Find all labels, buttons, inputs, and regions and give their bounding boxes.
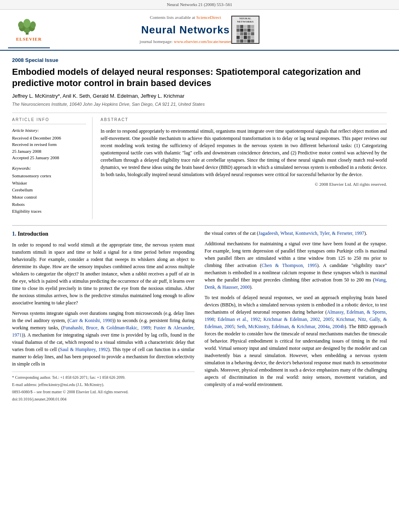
elsevier-logo: ELSEVIER bbox=[8, 11, 50, 48]
journal-homepage-link[interactable]: www.elsevier.com/locate/neunet bbox=[174, 39, 231, 44]
article-title: Embodied models of delayed neural respon… bbox=[12, 66, 387, 89]
revised-date: 25 January 2008 bbox=[12, 148, 86, 155]
keyword-3: Cerebellum bbox=[12, 187, 86, 194]
sciencedirect-link[interactable]: ScienceDirect bbox=[196, 15, 221, 20]
history-label: Article history: bbox=[12, 127, 86, 134]
ref-funahashi[interactable]: Funahashi, Bruce, & Goldman-Rakic, 1989 bbox=[63, 325, 150, 331]
right-para-1: the visual cortex of the cat (Jagadeesh,… bbox=[205, 230, 387, 237]
ref-saul[interactable]: Saul & Humphrey, 1992 bbox=[60, 347, 108, 352]
abstract-label: Abstract bbox=[101, 117, 387, 124]
received-revised-label: Received in revised form bbox=[12, 141, 86, 148]
footnote-corresponding: * Corresponding author. Tel.: +1 858 626… bbox=[12, 374, 195, 380]
special-issue-label: 2008 Special Issue bbox=[12, 57, 387, 64]
article-info-col: Article Info Article history: Received 4… bbox=[12, 117, 93, 219]
main-content: 2008 Special Issue Embodied models of de… bbox=[0, 51, 399, 409]
right-para-3: To test models of delayed neural respons… bbox=[205, 294, 387, 388]
citation-bar: Neural Networks 21 (2008) 553–561 bbox=[0, 0, 399, 10]
article-info-abstract: Article Info Article history: Received 4… bbox=[12, 113, 387, 219]
ref-wang[interactable]: Wang, Denk, & Hausser, 2000 bbox=[205, 277, 387, 290]
footnote-issn: 0893-6080/$ – see front matter © 2008 El… bbox=[12, 389, 195, 395]
ref-seth2004[interactable]: Seth, McKinstry, Edelman, & Krichmar, 20… bbox=[237, 324, 344, 329]
ref-carr-konishi[interactable]: Carr & Konishi, 1990 bbox=[69, 318, 112, 323]
keyword-1: Somatosensory cortex bbox=[12, 173, 86, 180]
footnote-doi: doi:10.1016/j.neunet.2008.01.004 bbox=[12, 396, 195, 402]
intro-heading: 1. Introduction bbox=[12, 230, 195, 238]
ref-edelman1992[interactable]: Edelman et al., 1992 bbox=[218, 316, 260, 322]
journal-homepage: journal homepage: www.elsevier.com/locat… bbox=[140, 39, 231, 45]
ref-krichmar2002[interactable]: Krichmar & Edelman, 2002, 2005 bbox=[263, 316, 333, 322]
nn-logo-box: NEURALNETWORKS bbox=[231, 16, 259, 44]
journal-banner: ELSEVIER Contents lists available at Sci… bbox=[0, 10, 399, 50]
right-para-2: Additional mechanisms for maintaining a … bbox=[205, 240, 387, 291]
ref-chen[interactable]: Chen & Thompson, 1995 bbox=[261, 263, 317, 268]
footnote-area: * Corresponding author. Tel.: +1 858 626… bbox=[12, 372, 195, 402]
affiliation-line: The Neurosciences Institute, 10640 John … bbox=[12, 101, 387, 107]
body-content: 1. Introduction In order to respond to r… bbox=[12, 230, 387, 403]
intro-para-1: In order to respond to real world stimul… bbox=[12, 241, 195, 306]
elsevier-text: ELSEVIER bbox=[16, 36, 42, 42]
journal-center: Contents lists available at ScienceDirec… bbox=[140, 14, 231, 45]
keyword-2: Whisker bbox=[12, 180, 86, 187]
abstract-col: Abstract In order to respond appropriate… bbox=[101, 117, 387, 219]
keywords-list: Somatosensory cortex Whisker Cerebellum … bbox=[12, 173, 86, 215]
abstract-text: In order to respond appropriately to env… bbox=[101, 127, 387, 178]
keywords-section: Keywords: Somatosensory cortex Whisker C… bbox=[12, 165, 86, 215]
authors-line: Jeffrey L. McKinstry*, Anil K. Seth, Ger… bbox=[12, 92, 387, 100]
intro-para-2: Nervous systems integrate signals over d… bbox=[12, 310, 195, 368]
sciencedirect-line: Contents lists available at ScienceDirec… bbox=[140, 14, 231, 21]
section-number: 1. bbox=[12, 231, 16, 237]
article-history: Article history: Received 4 December 200… bbox=[12, 127, 86, 161]
elsevier-tree-icon bbox=[16, 16, 38, 35]
svg-point-5 bbox=[18, 21, 24, 29]
svg-point-4 bbox=[23, 19, 31, 28]
footnote-email: E-mail address: jeffmckinstry@nsi.edu (J… bbox=[12, 382, 195, 388]
article-info-label: Article Info bbox=[12, 117, 86, 124]
keyword-4: Motor control bbox=[12, 194, 86, 201]
keywords-label: Keywords: bbox=[12, 165, 86, 171]
keyword-6: Eligibility traces bbox=[12, 208, 86, 215]
ref-jagadeesh[interactable]: Jagadeesh, Wheat, Kontsevich, Tyler, & F… bbox=[258, 230, 364, 236]
body-right-col: the visual cortex of the cat (Jagadeesh,… bbox=[205, 230, 387, 403]
the-word: the bbox=[205, 230, 211, 236]
keyword-5: Robots bbox=[12, 201, 86, 208]
article-citation: Neural Networks 21 (2008) 553–561 bbox=[167, 2, 232, 7]
authors-text: Jeffrey L. McKinstry*, Anil K. Seth, Ger… bbox=[12, 93, 185, 99]
section-title: Introduction bbox=[18, 231, 48, 237]
body-left-col: 1. Introduction In order to respond to r… bbox=[12, 230, 195, 403]
accepted-date: Accepted 25 January 2008 bbox=[12, 154, 86, 161]
section-divider bbox=[12, 225, 387, 226]
svg-point-6 bbox=[30, 21, 36, 29]
journal-title: Neural Networks bbox=[140, 23, 231, 37]
received-date: Received 4 December 2006 bbox=[12, 135, 86, 142]
copyright-line: © 2008 Elsevier Ltd. All rights reserved… bbox=[101, 181, 387, 187]
